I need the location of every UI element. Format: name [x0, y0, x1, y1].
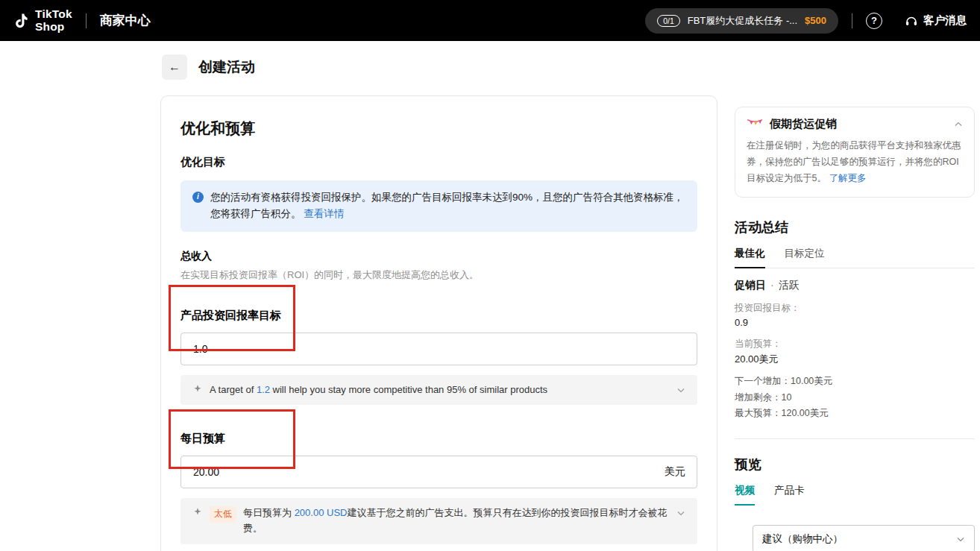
roi-hint-suffix: will help you stay more competitive than… — [270, 384, 547, 395]
roi-target-label: 产品投资回报率目标 — [180, 309, 697, 323]
optimization-budget-card: 优化和预算 优化目标 i 您的活动有资格获得投资回报保护。如果您的广告目标回报率… — [160, 95, 717, 551]
task-reward-amount: $500 — [805, 15, 826, 26]
chevron-up-icon — [954, 120, 963, 129]
page-header: ← 创建活动 — [162, 54, 255, 80]
section-title: 优化和预算 — [180, 119, 697, 139]
summary-detail-lines: 下一个增加：10.00美元 增加剩余：10 最大预算：120.00美元 — [735, 374, 975, 423]
growth-task-pill[interactable]: 0/1 FBT履约大促成长任务 -... $500 — [645, 8, 838, 34]
preview-title: 预览 — [735, 456, 975, 473]
gross-revenue-description: 在实现目标投资回报率（ROI）的同时，最大限度地提高您的总收入。 — [180, 268, 697, 282]
back-button[interactable]: ← — [162, 54, 187, 80]
optimization-goal-label: 优化目标 — [180, 155, 697, 169]
preview-tabs: 视频 产品卡 — [735, 484, 975, 506]
roi-suggestion-text: A target of 1.2 will help you stay more … — [210, 382, 547, 398]
daily-budget-input-wrap: 美元 — [180, 456, 697, 488]
preview-placement-dropdown[interactable]: 建议（购物中心） — [753, 525, 975, 551]
chevron-down-icon — [676, 385, 685, 394]
promo-title: 假期货运促销 — [770, 117, 947, 131]
help-icon[interactable]: ? — [866, 13, 882, 29]
campaign-separator: · — [770, 279, 774, 291]
task-label: FBT履约大促成长任务 -... — [688, 14, 797, 28]
summary-budget-label: 当前预算： — [735, 338, 975, 350]
learn-more-link[interactable]: 了解更多 — [829, 173, 866, 183]
preview-section: 预览 视频 产品卡 建议（购物中心） — [735, 456, 975, 551]
app-name: 商家中心 — [100, 12, 151, 29]
info-icon: i — [192, 192, 204, 203]
topbar-divider-2 — [852, 13, 852, 28]
budget-suggestion-bar[interactable]: 太低 每日预算为 200.00 USD建议基于您之前的广告支出。预算只有在达到你… — [180, 498, 697, 544]
tiktok-note-icon — [13, 10, 31, 31]
campaign-status: 活跃 — [779, 279, 800, 291]
promo-body: 在注册促销时，为您的商品获得平台支持和独家优惠券，保持您的广告以足够的预算运行，… — [747, 138, 963, 187]
page-title: 创建活动 — [198, 57, 255, 77]
roi-protection-banner: i 您的活动有资格获得投资回报保护。如果您的广告目标回报率未达到90%，且您的广… — [180, 180, 697, 232]
sidebar: 假期货运促销 在注册促销时，为您的商品获得平台支持和独家优惠券，保持您的广告以足… — [735, 107, 975, 551]
chevron-down-icon — [676, 509, 685, 517]
logo-line1: TikTok — [35, 8, 72, 20]
roi-suggestion-bar[interactable]: A target of 1.2 will help you stay more … — [180, 375, 697, 406]
customer-messages-button[interactable]: 客户消息 — [905, 13, 967, 28]
headset-icon — [905, 14, 918, 28]
budget-hint-prefix: 每日预算为 — [243, 507, 295, 518]
roi-target-input-wrap — [180, 333, 697, 365]
tab-product-card[interactable]: 产品卡 — [774, 484, 805, 506]
view-details-link[interactable]: 查看详情 — [304, 208, 344, 219]
daily-budget-input[interactable] — [180, 456, 697, 488]
tiktok-shop-logo[interactable]: TikTok Shop — [13, 8, 72, 33]
summary-roi-label: 投资回报目标： — [735, 302, 975, 315]
summary-increases-left: 增加剩余：10 — [735, 390, 975, 406]
suggestion-sparkle-icon — [192, 384, 203, 394]
roi-hint-prefix: A target of — [210, 384, 257, 395]
campaign-status-row: 促销日·活跃 — [735, 279, 975, 292]
roi-target-input[interactable] — [180, 333, 697, 365]
tab-video[interactable]: 视频 — [735, 484, 755, 506]
back-arrow-icon: ← — [169, 60, 180, 74]
chevron-down-icon — [956, 535, 965, 544]
campaign-summary-title: 活动总结 — [735, 218, 975, 236]
app-frame: TikTok Shop 商家中心 0/1 FBT履约大促成长任务 -... $5… — [0, 0, 980, 551]
campaign-summary-section: 活动总结 最佳化 目标定位 促销日·活跃 投资回报目标： 0.9 当前预算： 2… — [735, 218, 975, 423]
daily-budget-label: 每日预算 — [180, 432, 697, 446]
topbar-divider — [86, 13, 87, 28]
roi-hint-value: 1.2 — [257, 384, 270, 395]
logo-wordmark: TikTok Shop — [35, 8, 72, 33]
suggestion-sparkle-icon — [192, 507, 203, 517]
customer-messages-label: 客户消息 — [923, 13, 967, 28]
summary-tabs: 最佳化 目标定位 — [735, 247, 975, 268]
task-progress-badge: 0/1 — [657, 15, 680, 27]
banner-text: 您的活动有资格获得投资回报保护。如果您的广告目标回报率未达到90%，且您的广告符… — [210, 192, 684, 219]
topbar: TikTok Shop 商家中心 0/1 FBT履约大促成长任务 -... $5… — [0, 0, 980, 41]
dropdown-selected-value: 建议（购物中心） — [762, 532, 956, 546]
summary-next-increase: 下一个增加：10.00美元 — [735, 374, 975, 390]
budget-hint-value: 200.00 USD — [295, 507, 348, 518]
campaign-name: 促销日 — [735, 279, 766, 291]
currency-suffix: 美元 — [665, 465, 685, 479]
holiday-promo-card: 假期货运促销 在注册促销时，为您的商品获得平台支持和独家优惠券，保持您的广告以足… — [735, 107, 975, 198]
budget-suggestion-text: 每日预算为 200.00 USD建议基于您之前的广告支出。预算只有在达到你的投资… — [243, 506, 670, 537]
bunting-flags-icon — [747, 118, 763, 131]
holiday-promo-header[interactable]: 假期货运促销 — [747, 117, 963, 131]
gross-revenue-label: 总收入 — [180, 250, 697, 263]
sidebar-divider — [735, 438, 975, 439]
tab-optimization[interactable]: 最佳化 — [735, 247, 765, 268]
logo-line2: Shop — [35, 21, 72, 33]
summary-roi-value: 0.9 — [735, 317, 975, 328]
too-low-tag: 太低 — [210, 506, 236, 522]
tab-targeting[interactable]: 目标定位 — [785, 247, 825, 268]
summary-budget-value: 20.00美元 — [735, 353, 975, 366]
banner-text-wrap: 您的活动有资格获得投资回报保护。如果您的广告目标回报率未达到90%，且您的广告符… — [210, 189, 685, 223]
summary-max-budget: 最大预算：120.00美元 — [735, 406, 975, 422]
